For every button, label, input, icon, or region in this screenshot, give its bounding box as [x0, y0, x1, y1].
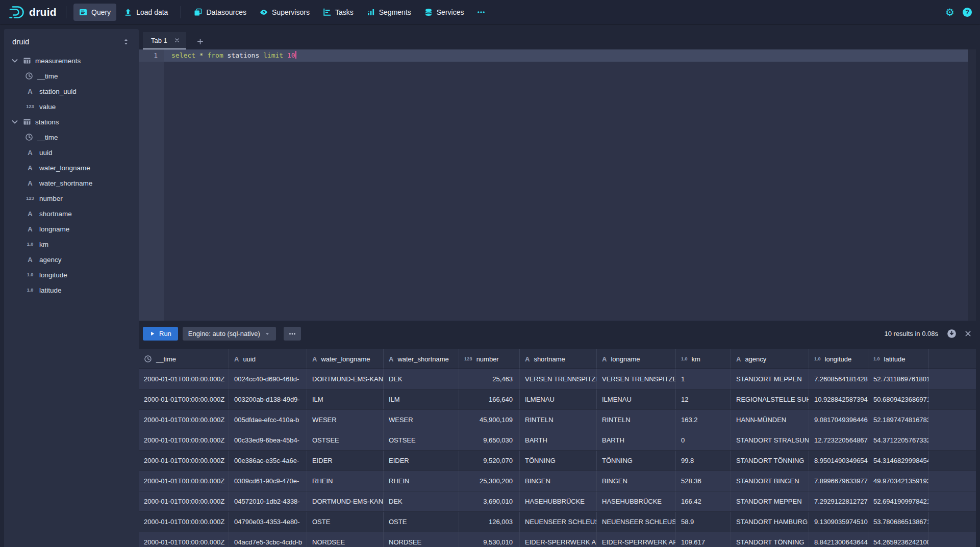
cell-water_longname[interactable]: ILM: [307, 389, 384, 409]
column-header-shortname[interactable]: Ashortname: [520, 349, 597, 369]
cell-longitude[interactable]: 10.9288425873943: [809, 389, 868, 409]
nav-item-supervisors[interactable]: Supervisors: [254, 4, 315, 21]
cell-shortname[interactable]: TÖNNING: [520, 451, 597, 471]
cell-number[interactable]: 25,463: [459, 369, 520, 389]
cell-longitude[interactable]: 8.95014903496544: [809, 451, 868, 471]
cell-water_shortname[interactable]: ILM: [384, 389, 459, 409]
cell-uuid[interactable]: 04790e03-4353-4e80-: [229, 512, 307, 532]
cell-agency[interactable]: STANDORT MEPPEN: [731, 369, 809, 389]
nav-item-tasks[interactable]: Tasks: [317, 4, 359, 21]
close-tab-icon[interactable]: [174, 37, 180, 43]
tree-column-water_shortname[interactable]: Awater_shortname: [4, 175, 139, 191]
cell-water_longname[interactable]: DORTMUND-EMS-KANAL: [307, 491, 384, 511]
cell-number[interactable]: 45,900,109: [459, 410, 520, 430]
cell-water_longname[interactable]: RHEIN: [307, 471, 384, 491]
cell-longitude[interactable]: 7.89966796339773: [809, 471, 868, 491]
cell-longitude[interactable]: 7.26085641814283: [809, 369, 868, 389]
cell-__time[interactable]: 2000-01-01T00:00:00.000Z: [139, 471, 229, 491]
tree-column-longname[interactable]: Alongname: [4, 221, 139, 237]
cell-water_shortname[interactable]: NORDSEE: [384, 532, 459, 547]
cell-longname[interactable]: ILMENAU: [597, 389, 676, 409]
tree-column-value[interactable]: 123value: [4, 99, 139, 114]
cell-uuid[interactable]: 003200ab-d138-49d9-: [229, 389, 307, 409]
nav-item-segments[interactable]: Segments: [361, 4, 417, 21]
tree-column-number[interactable]: 123number: [4, 191, 139, 206]
cell-longitude[interactable]: 9.13090359745100: [809, 512, 868, 532]
cell-water_shortname[interactable]: OSTE: [384, 512, 459, 532]
close-results-icon[interactable]: [964, 330, 972, 337]
tree-column-km[interactable]: 1.0km: [4, 237, 139, 252]
column-header-latitude[interactable]: 1.0latitude: [868, 349, 929, 369]
cell-shortname[interactable]: VERSEN TRENNSPITZE: [520, 369, 597, 389]
cell-longitude[interactable]: 8.84213006436444: [809, 532, 868, 547]
cell-agency[interactable]: STANDORT TÖNNING: [731, 451, 809, 471]
tree-column-__time[interactable]: __time: [4, 68, 139, 84]
column-header-longitude[interactable]: 1.0longitude: [809, 349, 868, 369]
cell-agency[interactable]: REGIONALSTELLE SUHL: [731, 389, 809, 409]
cell-__time[interactable]: 2000-01-01T00:00:00.000Z: [139, 451, 229, 471]
cell-agency[interactable]: STANDORT MEPPEN: [731, 491, 809, 511]
editor-code-area[interactable]: select * from stations limit 10: [164, 49, 968, 321]
column-header-__time[interactable]: __time: [139, 349, 229, 369]
cell-water_longname[interactable]: EIDER: [307, 451, 384, 471]
cell-water_shortname[interactable]: DEK: [384, 491, 459, 511]
gear-icon[interactable]: ⚙: [945, 7, 954, 17]
cell-number[interactable]: 3,690,010: [459, 491, 520, 511]
cell-km[interactable]: 528.36: [676, 471, 731, 491]
cell-__time[interactable]: 2000-01-01T00:00:00.000Z: [139, 491, 229, 511]
tree-column-longitude[interactable]: 1.0longitude: [4, 267, 139, 282]
column-header-uuid[interactable]: Auuid: [229, 349, 307, 369]
column-header-agency[interactable]: Aagency: [731, 349, 809, 369]
cell-km[interactable]: 166.42: [676, 491, 731, 511]
cell-uuid[interactable]: 04572010-1db2-4338-: [229, 491, 307, 511]
column-header-water_longname[interactable]: Awater_longname: [307, 349, 384, 369]
help-icon[interactable]: ?: [963, 8, 972, 17]
tree-column-shortname[interactable]: Ashortname: [4, 206, 139, 221]
cell-water_longname[interactable]: NORDSEE: [307, 532, 384, 547]
cell-__time[interactable]: 2000-01-01T00:00:00.000Z: [139, 410, 229, 430]
tree-column-agency[interactable]: Aagency: [4, 252, 139, 267]
cell-latitude[interactable]: 53.7806865138671: [868, 512, 929, 532]
cell-water_longname[interactable]: OSTSEE: [307, 430, 384, 450]
cell-uuid[interactable]: 005dfdae-efcc-410a-b: [229, 410, 307, 430]
column-header-water_shortname[interactable]: Awater_shortname: [384, 349, 459, 369]
cell-number[interactable]: 166,640: [459, 389, 520, 409]
cell-shortname[interactable]: RINTELN: [520, 410, 597, 430]
cell-uuid[interactable]: 0024cc40-d690-468d-: [229, 369, 307, 389]
druid-logo[interactable]: druid: [8, 5, 57, 20]
cell-uuid[interactable]: 00e386ac-e35c-4a6e-: [229, 451, 307, 471]
cell-latitude[interactable]: 54.3146829998454: [868, 451, 929, 471]
cell-uuid[interactable]: 0309cd61-90c9-470e-: [229, 471, 307, 491]
download-icon[interactable]: [947, 329, 957, 338]
cell-water_shortname[interactable]: EIDER: [384, 451, 459, 471]
tab-1[interactable]: Tab 1: [143, 32, 186, 49]
tree-column-water_longname[interactable]: Awater_longname: [4, 160, 139, 175]
double-caret-vertical-icon[interactable]: [122, 38, 130, 46]
cell-latitude[interactable]: 50.6809423686971: [868, 389, 929, 409]
column-header-km[interactable]: 1.0km: [676, 349, 731, 369]
cell-shortname[interactable]: ILMENAU: [520, 389, 597, 409]
cell-agency[interactable]: HANN-MÜNDEN: [731, 410, 809, 430]
cell-km[interactable]: 109.617: [676, 532, 731, 547]
run-button[interactable]: Run: [143, 327, 178, 341]
cell-km[interactable]: 12: [676, 389, 731, 409]
cell-water_shortname[interactable]: OSTSEE: [384, 430, 459, 450]
cell-latitude[interactable]: 54.2659236242100: [868, 532, 929, 547]
cell-__time[interactable]: 2000-01-01T00:00:00.000Z: [139, 512, 229, 532]
nav-item-services[interactable]: Services: [419, 4, 470, 21]
cell-latitude[interactable]: 52.6941909978421: [868, 491, 929, 511]
cell-agency[interactable]: STANDORT BINGEN: [731, 471, 809, 491]
cell-longname[interactable]: HASEHUBBRÜCKE: [597, 491, 676, 511]
tree-column-station_uuid[interactable]: Astation_uuid: [4, 84, 139, 99]
cell-latitude[interactable]: 49.9703421359193: [868, 471, 929, 491]
tree-table-measurements[interactable]: measurements: [4, 53, 139, 68]
cell-km[interactable]: 1: [676, 369, 731, 389]
cell-longname[interactable]: EIDER-SPERRWERK AP: [597, 532, 676, 547]
cell-longitude[interactable]: 9.08170493964460: [809, 410, 868, 430]
sql-query-line[interactable]: select * from stations limit 10: [164, 49, 968, 62]
cell-uuid[interactable]: 04acd7e5-3cbc-4cdd-b: [229, 532, 307, 547]
nav-item-datasources[interactable]: Datasources: [188, 4, 252, 21]
cell-latitude[interactable]: 52.1897474816783: [868, 410, 929, 430]
cell-water_longname[interactable]: DORTMUND-EMS-KANAL: [307, 369, 384, 389]
nav-item-load-data[interactable]: Load data: [118, 4, 173, 21]
